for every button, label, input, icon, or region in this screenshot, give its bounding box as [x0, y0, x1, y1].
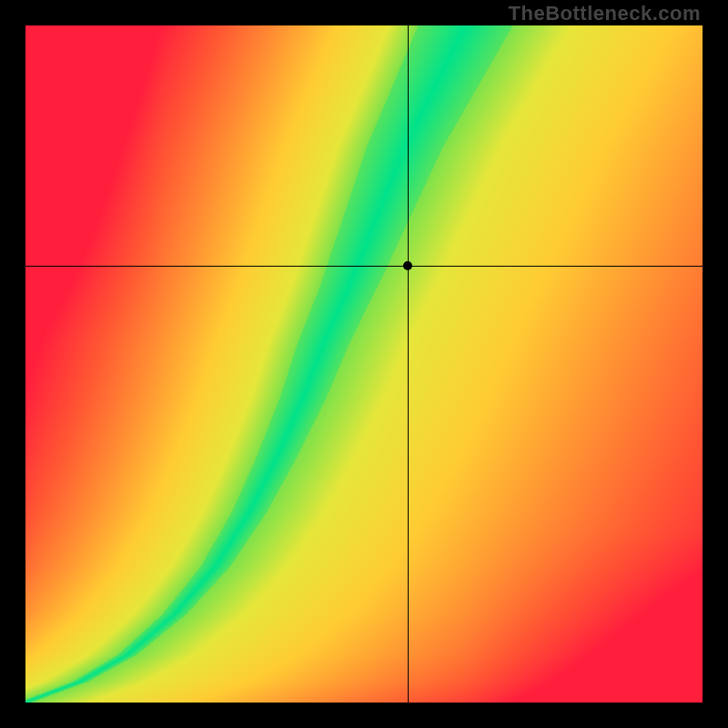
crosshair-horizontal — [25, 266, 703, 267]
crosshair-vertical — [408, 25, 409, 703]
watermark-text: TheBottleneck.com — [509, 2, 701, 25]
marker-dot — [403, 261, 412, 270]
heatmap-canvas — [25, 25, 703, 703]
heatmap-plot — [25, 25, 703, 703]
